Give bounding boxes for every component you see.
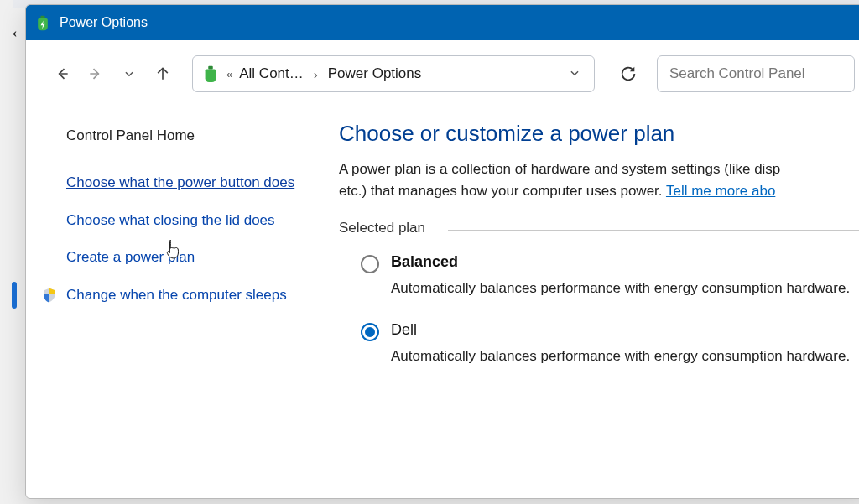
up-button[interactable] [148,60,177,88]
radio-button[interactable] [361,323,379,341]
group-separator [448,230,859,231]
sidebar: Control Panel Home Choose what the power… [26,121,324,498]
refresh-button[interactable] [610,55,647,92]
recent-locations-button[interactable] [115,60,143,88]
search-input[interactable]: Search Control Panel [657,55,855,92]
svg-rect-0 [41,16,45,18]
sidebar-heading: Control Panel Home [66,127,307,144]
address-overflow-icon[interactable]: « [226,68,232,81]
page-description: A power plan is a collection of hardware… [339,158,859,201]
breadcrumb-segment[interactable]: Power Options [328,65,422,82]
main-panel: Choose or customize a power plan A power… [324,121,859,498]
sidebar-link-create-plan[interactable]: Create a power plan [66,247,307,268]
sidebar-item-label: Change when the computer sleeps [66,287,287,303]
sidebar-link-sleep[interactable]: Change when the computer sleeps [66,285,307,306]
search-placeholder: Search Control Panel [669,65,805,82]
page-title: Choose or customize a power plan [339,121,859,147]
forward-button[interactable] [81,60,110,88]
sidebar-link-close-lid[interactable]: Choose what closing the lid does [66,210,307,231]
power-options-window: Power Options « All Cont… › Power Option… [25,4,859,499]
back-button[interactable] [48,60,76,88]
uac-shield-icon [41,287,58,304]
selected-plan-group: Selected plan Balanced Automatically bal… [339,220,859,372]
group-label: Selected plan [339,220,435,236]
battery-icon [201,65,220,83]
address-dropdown-button[interactable] [564,67,586,81]
plan-description: Automatically balances performance with … [391,346,859,367]
breadcrumb-segment[interactable]: All Cont… [239,65,304,82]
radio-button[interactable] [361,255,379,273]
plan-description: Automatically balances performance with … [391,278,859,299]
battery-icon [34,14,51,31]
plan-name: Balanced [391,253,859,271]
power-plan-option[interactable]: Dell Automatically balances performance … [339,304,859,372]
address-bar[interactable]: « All Cont… › Power Options [192,55,595,92]
chevron-right-icon[interactable]: › [310,67,321,81]
content-area: Control Panel Home Choose what the power… [26,104,859,498]
navigation-bar: « All Cont… › Power Options Search Contr… [26,40,859,104]
background-accent [12,282,17,309]
window-title: Power Options [60,15,148,30]
svg-rect-1 [208,66,213,70]
sidebar-link-power-button[interactable]: Choose what the power button does [66,173,307,194]
power-plan-option[interactable]: Balanced Automatically balances performa… [339,236,859,304]
plan-name: Dell [391,321,859,339]
titlebar[interactable]: Power Options [26,5,859,40]
learn-more-link[interactable]: Tell me more abo [666,183,775,199]
